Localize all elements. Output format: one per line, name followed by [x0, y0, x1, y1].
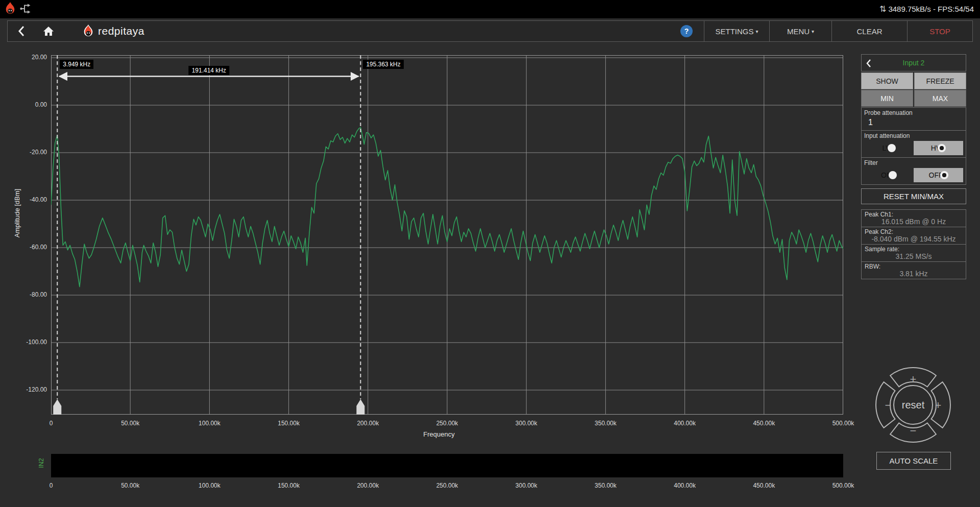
app-navbar: redpitaya ? SETTINGS ▾ MENU ▾ CLEAR STOP: [7, 20, 973, 42]
x-tick-label: 150.00k: [268, 482, 309, 489]
y-tick-label: -120.00: [15, 386, 47, 393]
in2-channel-label: IN2: [38, 451, 45, 475]
pad-up-label[interactable]: +: [910, 373, 917, 385]
x-tick-label: 50.00k: [110, 420, 151, 427]
back-chevron-icon: [17, 25, 25, 37]
back-button[interactable]: [8, 21, 34, 41]
x-tick-label: 300.00k: [506, 420, 547, 427]
radio-selected-icon: [938, 144, 946, 152]
input-attenuation-section: Input attenuation LV HV: [861, 130, 966, 158]
cursor1-frequency-label[interactable]: 3.949 kHz: [60, 60, 93, 69]
y-tick-label: -20.00: [15, 149, 47, 156]
y-tick-label: -100.00: [15, 339, 47, 346]
frequency-overview-strip[interactable]: [51, 454, 843, 477]
y-tick-label: -80.00: [15, 291, 47, 298]
filter-section: Filter ON OFF: [861, 157, 966, 185]
menu-button[interactable]: MENU ▾: [769, 21, 831, 41]
pad-right-label[interactable]: +: [935, 399, 942, 412]
panel-collapse-button[interactable]: [866, 59, 871, 70]
radio-selected-icon: [940, 171, 948, 179]
x-tick-label: 250.00k: [427, 420, 468, 427]
pad-left-label[interactable]: −: [885, 399, 892, 412]
freeze-button[interactable]: FREEZE: [914, 73, 966, 89]
probe-attenuation-label: Probe attenuation: [864, 109, 963, 116]
x-axis-title: Frequency: [388, 430, 490, 438]
throughput-fps-status: ⇅3489.75kB/s - FPS:54/54: [879, 4, 974, 14]
chevron-down-icon: ▾: [812, 29, 814, 34]
peak-ch1-box: Peak Ch1: 16.015 dBm @ 0 Hz: [861, 209, 966, 227]
input-attenuation-hv-option[interactable]: HV: [914, 141, 963, 155]
zoom-pan-dpad: + + − − reset: [875, 367, 951, 443]
rbw-box: RBW: 3.81 kHz: [861, 261, 966, 279]
chevron-down-icon: ▾: [755, 29, 758, 34]
help-button[interactable]: ?: [680, 25, 693, 37]
x-tick-label: 0: [31, 420, 71, 427]
max-button[interactable]: MAX: [914, 90, 966, 107]
system-status-bar: ⇅3489.75kB/s - FPS:54/54: [0, 0, 980, 18]
home-icon: [42, 26, 55, 37]
filter-off-option[interactable]: OFF: [914, 168, 963, 182]
cursor1-handle[interactable]: [53, 399, 61, 415]
x-tick-label: 200.00k: [348, 420, 388, 427]
measurements-info: Peak Ch1: 16.015 dBm @ 0 Hz Peak Ch2: -8…: [861, 209, 966, 279]
grid-lines: [51, 55, 843, 415]
peak-ch2-box: Peak Ch2: -8.040 dBm @ 194.55 kHz: [861, 227, 966, 245]
redpitaya-logo[interactable]: redpitaya: [82, 24, 144, 38]
input-attenuation-label: Input attenuation: [864, 132, 963, 139]
sample-rate-box: Sample rate: 31.25 MS/s: [861, 244, 966, 262]
x-tick-label: 400.00k: [665, 482, 705, 489]
probe-attenuation-section: Probe attenuation 1: [861, 107, 966, 131]
auto-scale-button[interactable]: AUTO SCALE: [876, 452, 951, 470]
redpitaya-flame-icon: [4, 2, 16, 16]
show-button[interactable]: SHOW: [861, 73, 913, 89]
cursor2-handle[interactable]: [356, 399, 364, 415]
x-tick-label: 150.00k: [268, 420, 309, 427]
panel-title: Input 2: [862, 59, 966, 67]
cursor-span-label: 191.414 kHz: [189, 66, 229, 75]
panel-header: Input 2: [861, 54, 966, 71]
input2-settings-panel: Input 2 SHOW FREEZE MIN MAX Probe attenu…: [861, 54, 966, 279]
x-tick-label: 0: [31, 482, 71, 489]
reset-minmax-button[interactable]: RESET MIN/MAX: [861, 188, 966, 204]
brand-text: redpitaya: [98, 25, 144, 37]
y-tick-label: 0.00: [15, 101, 47, 108]
filter-on-option[interactable]: ON: [864, 168, 914, 182]
cursor2-frequency-label[interactable]: 195.363 kHz: [363, 60, 403, 69]
pad-down-label[interactable]: −: [910, 424, 917, 437]
redpitaya-flame-icon: [82, 24, 94, 38]
clear-button[interactable]: CLEAR: [831, 21, 907, 41]
filter-label: Filter: [864, 159, 963, 166]
x-tick-label: 100.00k: [189, 420, 230, 427]
pad-reset-label[interactable]: reset: [902, 399, 925, 411]
spectrum-svg: [51, 55, 843, 415]
x-tick-label: 350.00k: [585, 482, 626, 489]
stop-button[interactable]: STOP: [907, 21, 972, 41]
settings-menu-button[interactable]: SETTINGS ▾: [704, 21, 769, 41]
x-tick-label: 300.00k: [506, 482, 547, 489]
y-tick-label: 20.00: [15, 54, 47, 61]
connection-branch-icon[interactable]: [19, 2, 33, 15]
x-tick-label: 400.00k: [665, 420, 705, 427]
x-tick-label: 450.00k: [744, 420, 785, 427]
x-tick-label: 500.00k: [823, 420, 864, 427]
updown-arrows-icon: ⇅: [879, 5, 886, 13]
probe-attenuation-input[interactable]: 1: [868, 118, 899, 127]
x-tick-label: 500.00k: [823, 482, 864, 489]
min-button[interactable]: MIN: [861, 90, 913, 107]
x-tick-label: 250.00k: [427, 482, 468, 489]
radio-unselected-icon: [889, 171, 897, 179]
x-tick-label: 50.00k: [110, 482, 151, 489]
x-tick-label: 350.00k: [585, 420, 626, 427]
x-tick-label: 100.00k: [189, 482, 230, 489]
y-axis-title: Amplitude [dBm]: [13, 180, 21, 247]
chevron-left-icon: [866, 59, 871, 68]
x-tick-label: 450.00k: [744, 482, 785, 489]
radio-unselected-icon: [888, 144, 896, 152]
input-attenuation-lv-option[interactable]: LV: [864, 141, 914, 155]
x-tick-label: 200.00k: [348, 482, 388, 489]
home-button[interactable]: [34, 21, 63, 41]
spectrum-plot[interactable]: [51, 55, 843, 415]
